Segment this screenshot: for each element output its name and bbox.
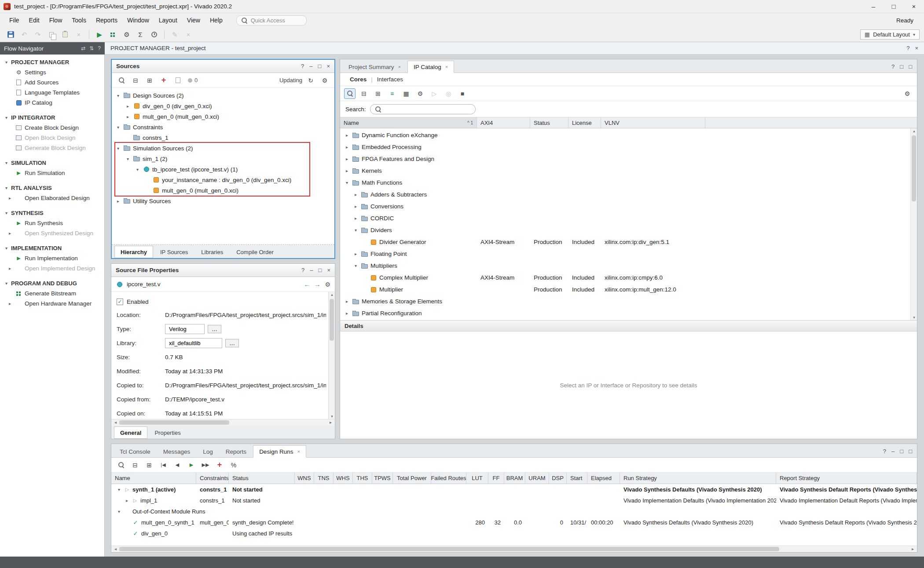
properties-horizontal-scrollbar[interactable]: ◂ ▸ [111,419,335,426]
flow-item-open-hardware-manager[interactable]: ▸Open Hardware Manager [0,299,104,309]
step-back-button[interactable]: ◀ [172,460,183,470]
ip-row-complex-multiplier[interactable]: Complex MultiplierAXI4-StreamProductionI… [340,272,917,284]
help-icon[interactable]: ? [98,45,101,51]
menu-help[interactable]: Help [205,15,227,26]
close-icon[interactable]: × [327,267,330,273]
float-icon[interactable]: □ [319,267,322,273]
properties-panel-header[interactable]: Source File Properties ? – □ × [111,264,335,277]
column-header-license[interactable]: License [568,117,601,128]
close-button[interactable]: × [904,0,924,13]
expander-closed-icon[interactable]: ▸ [344,311,350,316]
help-icon[interactable]: ? [891,63,895,70]
expander-closed-icon[interactable]: ▸ [344,299,350,304]
ip-search-box[interactable] [370,104,476,114]
menu-flow[interactable]: Flow [44,15,67,26]
flow-section-header-project-manager[interactable]: ▾PROJECT MANAGER [0,57,104,67]
paste-button[interactable] [59,29,71,40]
menu-edit[interactable]: Edit [24,15,44,26]
expander-open-icon[interactable]: ▾ [115,125,121,130]
expander-open-icon[interactable]: ▾ [125,157,131,161]
expander-open-icon[interactable]: ▾ [116,509,122,514]
sources-panel-header[interactable]: Sources ? – □ × [112,60,334,73]
tab-reports[interactable]: Reports [220,445,253,458]
report-button[interactable]: Σ [134,29,147,40]
tab-ip-catalog[interactable]: IP Catalog× [407,61,454,73]
column-header-failed-routes[interactable]: Failed Routes [431,473,466,484]
flow-section-header-ip-integrator[interactable]: ▾IP INTEGRATOR [0,113,104,123]
help-icon[interactable]: ? [301,63,304,69]
column-header-uram[interactable]: URAM [525,473,549,484]
run-button[interactable]: ▶ [93,29,106,40]
ip-settings-button[interactable]: ⚙ [414,88,426,99]
percent-button[interactable]: % [228,460,239,470]
minimize-icon[interactable]: – [309,63,312,69]
maximize-icon[interactable]: □ [909,63,912,70]
menu-tools[interactable]: Tools [67,15,91,26]
ip-row-fpga-features-and-design[interactable]: ▸FPGA Features and Design [340,153,917,165]
expander-closed-icon[interactable]: ▸ [353,216,359,221]
expander-open-icon[interactable]: ▾ [353,263,359,268]
refresh-button[interactable]: ↻ [305,75,316,86]
tab-ip-sources[interactable]: IP Sources [154,246,194,258]
close-tab-icon[interactable]: × [297,449,300,454]
open-file-button[interactable] [172,75,183,86]
collapse-all-button[interactable]: ⊟ [130,75,141,86]
help-icon[interactable]: ? [906,45,909,51]
collapse-all-button[interactable]: ⊟ [358,88,370,99]
subtab-interfaces[interactable]: Interfaces [373,74,407,84]
add-sources-button[interactable]: + [158,75,169,86]
source-tree-item-utility-sources[interactable]: ▸Utility Sources [112,196,334,206]
tab-compile-order[interactable]: Compile Order [230,246,280,258]
back-icon[interactable]: ← [304,281,310,288]
column-header-tpws[interactable]: TPWS [372,473,393,484]
ip-row-conversions[interactable]: ▸Conversions [340,200,917,212]
column-header-name[interactable]: Name [111,473,196,484]
design-runs-horizontal-scrollbar[interactable]: ◂ ▸ [111,546,917,552]
column-header-axi4[interactable]: AXI4 [477,117,530,128]
scroll-down-icon[interactable]: ▾ [911,315,917,320]
expand-all-button[interactable]: ⊞ [144,75,155,86]
close-icon[interactable]: × [326,63,330,69]
undo-button[interactable]: ↶ [18,29,30,40]
group-view-button[interactable]: ▦ [400,88,412,99]
column-header-ff[interactable]: FF [488,473,504,484]
source-tree-item-div-gen-0-div-gen-0-xci[interactable]: ▸div_gen_0 (div_gen_0.xci) [112,101,334,111]
column-header-elapsed[interactable]: Elapsed [587,473,620,484]
close-tab-icon[interactable]: × [445,64,448,69]
expander-open-icon[interactable]: ▾ [116,487,122,492]
enabled-checkbox[interactable]: ✓ [117,299,123,305]
subtab-cores[interactable]: Cores [345,74,371,84]
expander-closed-icon[interactable]: ▸ [124,498,130,503]
help-icon[interactable]: ? [301,267,304,273]
flow-section-header-synthesis[interactable]: ▾SYNTHESIS [0,208,104,218]
flow-item-settings[interactable]: ⚙Settings [0,67,104,77]
expander-open-icon[interactable]: ▾ [344,180,350,185]
column-header-status[interactable]: Status [229,473,295,484]
ip-row-partial-reconfiguration[interactable]: ▸Partial Reconfiguration [340,307,917,319]
column-header-dsp[interactable]: DSP [549,473,567,484]
expander-open-icon[interactable]: ▾ [135,167,140,172]
column-header-bram[interactable]: BRAM [504,473,525,484]
layout-selector[interactable]: ▦ Default Layout ▾ [860,29,920,40]
tab-project-summary[interactable]: Project Summary× [342,61,407,73]
copy-button[interactable] [45,29,58,40]
scroll-right-icon[interactable]: ▸ [909,546,916,551]
ip-row-embedded-processing[interactable]: ▸Embedded Processing [340,141,917,153]
scrollbar-thumb[interactable] [912,135,916,201]
ip-block-button[interactable]: ■ [457,88,468,99]
properties-vertical-scrollbar[interactable]: ▴ ▾ [328,292,335,419]
expander-closed-icon[interactable]: ▸ [344,145,350,149]
run-row-mult-gen-0-synth-1[interactable]: ✓mult_gen_0_synth_1mult_gen_0synth_desig… [111,517,917,528]
flow-section-header-implementation[interactable]: ▾IMPLEMENTATION [0,243,104,253]
tab-messages[interactable]: Messages [157,445,197,458]
tab-tcl-console[interactable]: Tcl Console [114,445,157,458]
menu-file[interactable]: File [4,15,24,26]
search-button[interactable] [115,460,127,470]
float-icon[interactable]: □ [900,63,903,70]
float-icon[interactable]: □ [318,63,322,69]
ip-search-input[interactable] [385,106,471,113]
program-device-button[interactable] [107,29,119,40]
ip-row-math-functions[interactable]: ▾Math Functions [340,177,917,189]
column-header-vlnv[interactable]: VLNV [601,117,705,128]
flow-item-run-simulation[interactable]: ▶Run Simulation [0,168,104,178]
